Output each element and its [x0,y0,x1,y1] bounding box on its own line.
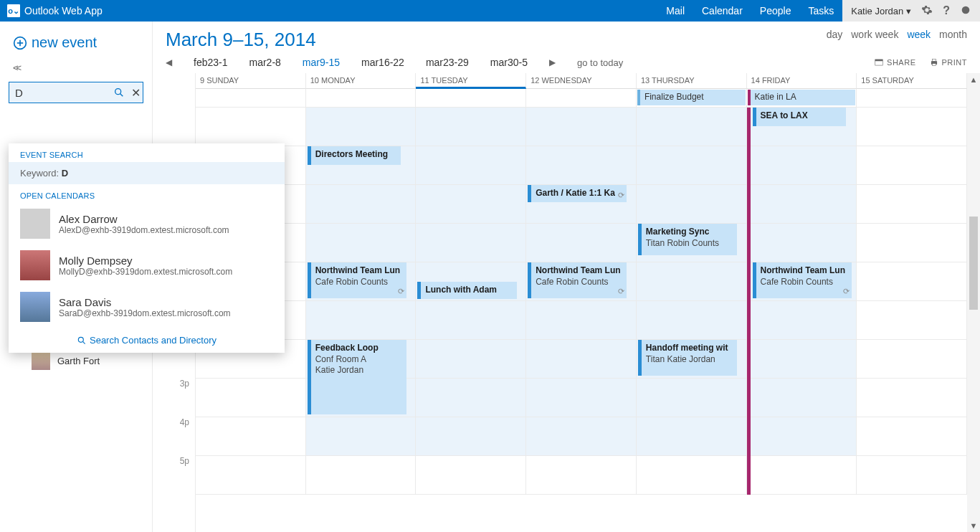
calendar-days: 9 SUNDAY 10 MONDAY 11 TUESDAY 12 WEDNESD… [196,73,967,532]
outlook-icon: o⌄ [7,4,20,17]
print-button[interactable]: PRINT [929,57,968,67]
recurrence-icon: ⟳ [398,286,404,296]
day-header[interactable]: 10 MONDAY [306,73,417,89]
gear-icon[interactable] [921,4,933,18]
plus-circle-icon [13,36,27,50]
nav-tasks[interactable]: Tasks [799,0,842,22]
view-week[interactable]: week [907,29,931,40]
all-day-cell[interactable] [306,89,417,107]
all-day-cell[interactable]: Finalize Budget [637,89,747,107]
search-dropdown: EVENT SEARCH Keyword: D OPEN CALENDARS A… [9,143,285,353]
day-header[interactable]: 9 SUNDAY [196,73,306,89]
dropdown-person-sara-davis[interactable]: Sara Davis SaraD@exhb-3919dom.extest.mic… [9,286,285,328]
dropdown-person-name: Sara Davis [59,296,231,308]
day-header[interactable]: 14 FRIDAY [747,73,857,89]
time-label: 5p [153,456,195,495]
svg-point-6 [78,337,83,342]
weeknav-item[interactable]: mar16-22 [361,57,404,68]
event-handoff-meeting[interactable]: Handoff meeting wit Titan Katie Jordan [638,340,737,376]
weeknav-item[interactable]: mar30-5 [490,57,528,68]
weeknav-prev[interactable]: ◀ [166,57,172,67]
app-name: Outlook Web App [24,5,103,16]
all-day-row: Finalize Budget Katie in LA [196,89,967,108]
new-event-button[interactable]: new event [0,30,152,60]
all-day-cell[interactable]: Katie in LA [747,89,857,107]
time-label: 3p [153,379,195,417]
clear-search-button[interactable]: ✕ [128,82,143,103]
event-northwind-lunch-mon[interactable]: Northwind Team Lun Cafe Robin Counts ⟳ [308,262,406,298]
all-day-cell[interactable] [857,89,967,107]
search-icon[interactable] [110,82,128,103]
calendar-title: March 9–15, 2014 [166,29,316,51]
dropdown-keyword-row[interactable]: Keyword: D [9,162,285,184]
view-work-week[interactable]: work week [851,29,898,40]
dropdown-person-email: SaraD@exhb-3919dom.extest.microsoft.com [59,308,231,318]
nav-calendar[interactable]: Calendar [693,0,751,22]
event-feedback-loop[interactable]: Feedback Loop Conf Room A Katie Jordan [308,340,406,414]
recurrence-icon: ⟳ [618,190,624,200]
all-day-cell[interactable] [196,89,306,107]
event-sea-to-lax[interactable]: SEA to LAX [753,108,847,126]
day-header[interactable]: 15 SATURDAY [857,73,967,89]
dropdown-person-molly-dempsey[interactable]: Molly Dempsey MollyD@exhb-3919dom.extest… [9,244,285,286]
view-day[interactable]: day [827,29,843,40]
weeknav-item[interactable]: mar23-29 [426,57,469,68]
presence-icon[interactable] [960,4,971,18]
user-menu[interactable]: Katie Jordan ▾ [851,6,911,16]
go-to-today-button[interactable]: go to today [577,57,623,68]
collapse-sidebar-button[interactable]: << [0,60,152,76]
svg-rect-11 [932,59,936,61]
help-icon[interactable]: ? [943,4,950,17]
other-calendar-marker [747,108,751,495]
all-day-cell[interactable] [416,89,526,107]
scroll-thumb[interactable] [969,217,978,310]
dropdown-search-directory-label: Search Contacts and Directory [90,335,217,346]
all-day-cell[interactable] [526,89,637,107]
vertical-scrollbar[interactable]: ▲ ▼ [967,73,980,532]
weeknav-item[interactable]: feb23-1 [194,57,227,68]
dropdown-person-name: Alex Darrow [59,213,229,225]
chevron-down-icon: ▾ [906,6,911,16]
search-icon [77,336,87,346]
dropdown-search-directory-link[interactable]: Search Contacts and Directory [9,328,285,353]
sidebar: new event << ✕ OTHER CALENDARS Alex Darr… [0,22,153,532]
nav-mail[interactable]: Mail [657,0,693,22]
dropdown-person-email: AlexD@exhb-3919dom.extest.microsoft.com [59,225,229,235]
svg-line-5 [120,94,123,97]
allday-event-katie-in-la[interactable]: Katie in LA [748,90,856,105]
user-name: Katie Jordan [851,6,903,16]
event-garth-katie-one-on-one[interactable]: Garth / Katie 1:1 Ka ⟳ [528,185,627,202]
share-label: SHARE [887,58,915,67]
dropdown-keyword-label: Keyword: [20,168,59,179]
weeknav-item[interactable]: mar2-8 [249,57,280,68]
day-header[interactable]: 12 WEDNESDAY [526,73,637,89]
weeknav-item[interactable]: mar9-15 [303,57,340,68]
avatar [20,250,50,280]
event-northwind-lunch-fri[interactable]: Northwind Team Lun Cafe Robin Counts ⟳ [753,262,852,298]
share-icon [874,57,884,67]
new-event-label: new event [32,34,97,51]
nav-people[interactable]: People [751,0,800,22]
event-marketing-sync[interactable]: Marketing Sync Titan Robin Counts [638,224,737,255]
svg-rect-9 [875,60,883,61]
event-lunch-with-adam[interactable]: Lunch with Adam [417,282,516,299]
svg-line-7 [82,341,85,343]
day-header[interactable]: 11 TUESDAY [416,73,526,89]
time-label: 4p [153,417,195,456]
svg-point-4 [115,89,121,95]
weeknav-next[interactable]: ▶ [549,57,556,67]
dropdown-keyword-value: D [62,168,68,179]
event-northwind-lunch-wed[interactable]: Northwind Team Lun Cafe Robin Counts ⟳ [528,262,627,298]
print-label: PRINT [942,58,968,67]
share-button[interactable]: SHARE [874,57,915,67]
allday-event-finalize-budget[interactable]: Finalize Budget [637,90,746,105]
dropdown-person-name: Molly Dempsey [59,255,232,267]
scroll-down-icon[interactable]: ▼ [967,519,980,532]
dropdown-section-event-search: EVENT SEARCH [9,143,285,162]
dropdown-person-alex-darrow[interactable]: Alex Darrow AlexD@exhb-3919dom.extest.mi… [9,203,285,244]
view-month[interactable]: month [939,29,967,40]
scroll-up-icon[interactable]: ▲ [967,73,980,86]
day-header[interactable]: 13 THURSDAY [637,73,747,89]
dropdown-person-email: MollyD@exhb-3919dom.extest.microsoft.com [59,267,232,277]
event-directors-meeting[interactable]: Directors Meeting [308,146,401,165]
